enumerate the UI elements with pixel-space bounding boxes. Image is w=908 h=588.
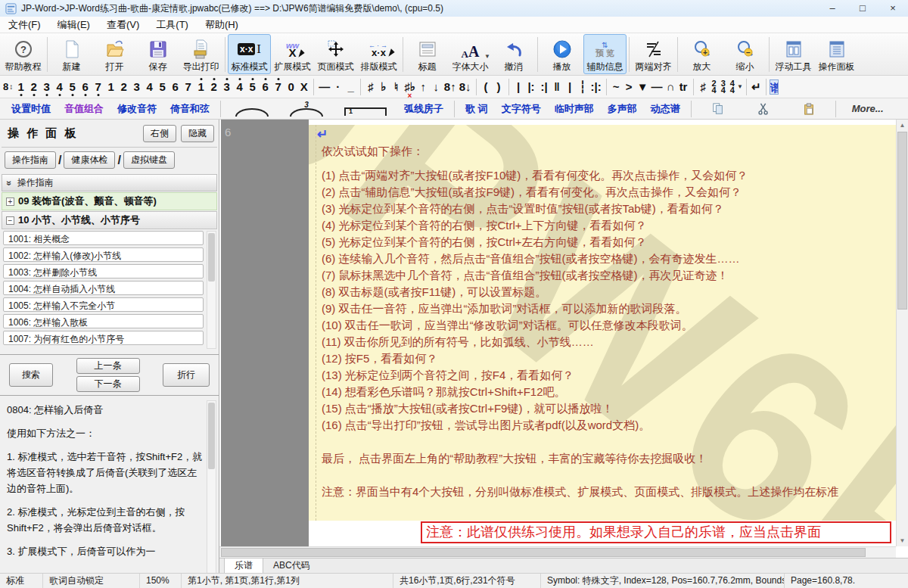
scrollbar-thumb[interactable] (221, 548, 866, 557)
help-scrollbar[interactable] (207, 400, 216, 573)
export-print-button[interactable]: 导出打印 (179, 34, 222, 74)
scrollbar-thumb[interactable] (897, 132, 907, 310)
paren-button[interactable]: ( (480, 77, 493, 97)
lyrics-button[interactable]: 歌 词 (459, 102, 495, 116)
guide-topic-item[interactable]: 1006: 怎样输入散板 (3, 314, 204, 328)
triplet-button[interactable]: 3 (290, 108, 323, 117)
guide-topic-item[interactable]: 1001: 相关概念 (3, 231, 204, 245)
meter-dropdown-icon[interactable]: ▼ (737, 83, 743, 90)
note-mid-button[interactable]: 2 (117, 77, 130, 97)
copy-button[interactable] (695, 103, 741, 115)
menu-item[interactable]: 帮助(H) (197, 17, 247, 33)
temp-part-button[interactable]: 临时声部 (548, 102, 601, 116)
note-high-button[interactable]: 6 (259, 77, 272, 97)
vertical-scrollbar[interactable]: ▲ ▼ (896, 120, 908, 546)
scrollbar-thumb[interactable] (208, 233, 215, 282)
note-high-button[interactable]: 5 (246, 77, 259, 97)
menu-item[interactable]: 工具(T) (148, 17, 197, 33)
note-low-button[interactable]: 4 (53, 77, 66, 97)
menu-item[interactable]: 编辑(E) (49, 17, 98, 33)
page-mode-button[interactable]: 页面模式 (314, 34, 357, 74)
justify-button[interactable]: 两端对齐 (632, 34, 675, 74)
hide-panel-button[interactable]: 隐藏 (181, 125, 214, 142)
accidental-cancel-button[interactable]: ♯♭× (403, 77, 417, 97)
list-scrollbar[interactable] (207, 231, 216, 349)
font-size-button[interactable]: AA ▼ 字体大小 (449, 34, 492, 74)
assist-info-button[interactable]: ⇅预 览 辅助信息 (583, 34, 627, 74)
note-low-button[interactable]: 7 (92, 77, 104, 97)
extend-mode-button[interactable]: wwX 扩展模式 (271, 34, 314, 74)
close-button[interactable]: × (878, 0, 908, 17)
new-button[interactable]: 新建 (50, 34, 93, 74)
scrollbar-thumb[interactable] (208, 403, 215, 469)
prev-item-button[interactable]: 上一条 (76, 358, 140, 374)
tree-item-10[interactable]: − 10 小节、小节线、小节序号 (2, 211, 217, 229)
pitch-arrow-button[interactable]: ↓ (430, 77, 443, 97)
rest-button[interactable]: 0 (285, 77, 297, 97)
guide-topic-item[interactable]: 1004: 怎样自动插入小节线 (3, 281, 204, 295)
note-mid-button[interactable]: 3 (130, 77, 143, 97)
note-low-button[interactable]: 1 (14, 77, 27, 97)
collapse-minus-icon[interactable]: − (6, 216, 14, 225)
title-button[interactable]: 标题 (406, 34, 449, 74)
save-button[interactable]: 保存 (136, 34, 179, 74)
menu-item[interactable]: 文件(F) (0, 17, 49, 33)
note-mid-button[interactable]: 5 (156, 77, 169, 97)
note-mid-button[interactable]: 7 (182, 77, 194, 97)
typeset-mode-button[interactable]: ←·→x·x 排版模式 (357, 34, 400, 74)
barline-button[interactable]: | (512, 77, 525, 97)
duration-button[interactable]: — (317, 77, 331, 97)
standard-mode-button[interactable]: x·xI 标准模式 (228, 34, 271, 74)
note-high-button[interactable]: 4 (233, 77, 246, 97)
wrap-line-button[interactable]: 折行 (163, 363, 210, 387)
barline-button[interactable]: | (564, 77, 577, 97)
scroll-up-icon[interactable]: ▲ (897, 120, 908, 131)
ornament-button[interactable]: — (650, 77, 664, 97)
maximize-button[interactable]: □ (847, 0, 878, 17)
float-tool-button[interactable]: 浮动工具 (772, 34, 815, 74)
guide-topic-item[interactable]: 1007: 为何有红色的小节序号 (3, 331, 204, 345)
guide-topic-item[interactable]: 1003: 怎样删除小节线 (3, 264, 204, 278)
operation-panel-button[interactable]: 操作面板 (815, 34, 858, 74)
dock-right-button[interactable]: 右侧 (143, 125, 176, 142)
slur-volta-button[interactable]: 弧线房子 (397, 102, 450, 116)
note-mid-button[interactable]: 1 (104, 77, 117, 97)
note-low-button[interactable]: 2 (27, 77, 40, 97)
guide-section-header[interactable]: » 操作指南 (2, 174, 217, 191)
grace-chord-button[interactable]: 倚音和弦 (163, 102, 216, 116)
note-low-button[interactable]: 6 (79, 77, 92, 97)
ornament-button[interactable]: ∩ (664, 77, 677, 97)
tree-item-09[interactable]: + 09 装饰音(波音、颤音、顿音等) (2, 192, 217, 210)
meter-3-4-button[interactable]: 34 (719, 80, 728, 94)
clipped-score-button[interactable]: 谱 (770, 79, 779, 95)
note-high-button[interactable]: 7 (272, 77, 285, 97)
guide-topic-item[interactable]: 1002: 怎样输入(修改)小节线 (3, 247, 204, 262)
duration-button[interactable]: · (331, 77, 344, 97)
dynamic-score-button[interactable]: 动态谱 (644, 102, 687, 116)
line-break-button[interactable]: ↵ (750, 77, 763, 97)
ornament-button[interactable]: ▼ (636, 77, 650, 97)
ornament-button[interactable]: ~ (610, 77, 623, 97)
tab-abc-code[interactable]: ABC代码 (263, 558, 320, 573)
key-signature-button[interactable]: ♯ (697, 77, 710, 97)
barline-button[interactable]: |: (525, 77, 538, 97)
slur-button[interactable] (235, 108, 269, 117)
play-button[interactable]: 播放 (540, 34, 583, 74)
menu-item[interactable]: 查看(V) (98, 17, 148, 33)
note-low-button[interactable]: 3 (40, 77, 53, 97)
zoom-in-button[interactable]: + 放大 (680, 34, 723, 74)
expand-plus-icon[interactable]: + (6, 198, 14, 206)
accidental-button[interactable]: ♯ (364, 77, 377, 97)
volta-bracket-button[interactable]: 1 (344, 107, 387, 116)
barline-button[interactable]: ┆ (577, 77, 589, 97)
scroll-down-icon[interactable]: ▼ (897, 535, 908, 546)
ornament-button[interactable]: > (623, 77, 636, 97)
tab-health-check[interactable]: 健康体检 (64, 151, 115, 169)
chevron-down-icon[interactable]: ▼ (484, 53, 490, 60)
octave-shift-button[interactable]: 8↕ (2, 77, 14, 97)
note-high-button[interactable]: 1 (194, 77, 207, 97)
barline-button[interactable]: :| (538, 77, 551, 97)
duration-button[interactable]: _ (344, 77, 357, 97)
next-item-button[interactable]: 下一条 (76, 376, 140, 392)
pitch-arrow-button[interactable]: ↑ (417, 77, 430, 97)
